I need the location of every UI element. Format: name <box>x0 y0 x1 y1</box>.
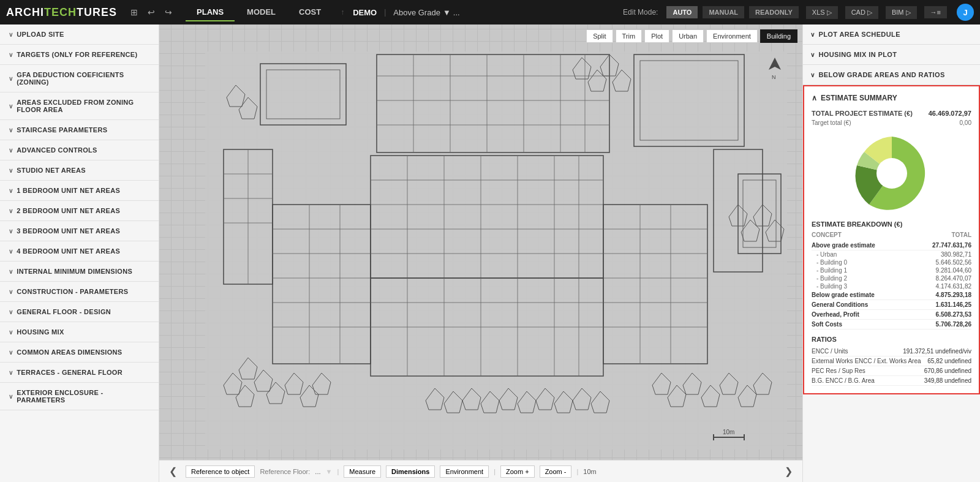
plot-area-schedule-title[interactable]: ∨ PLOT AREA SCHEDULE <box>810 31 973 38</box>
ratio-bg-encc-label: B.G. ENCC / B.G. Area <box>812 377 875 384</box>
view-trim[interactable]: Trim <box>616 29 643 43</box>
mode-auto[interactable]: AUTO <box>666 6 698 18</box>
building3-label: - Building 3 <box>816 283 847 290</box>
section-label: HOUSING MIX IN PLOT <box>818 51 897 58</box>
undo-icon[interactable]: ↩ <box>145 6 157 18</box>
ratio-encc-units: ENCC / Units 191.372,51 undefined/viv <box>812 347 971 356</box>
sidebar-item-gfa[interactable]: ∨ GFA DEDUCTION COEFICIENTS (ZONING) <box>0 65 159 92</box>
below-grade-title[interactable]: ∨ BELOW GRADE AREAS AND RATIOS <box>810 71 973 78</box>
sidebar-item-internal-dims[interactable]: ∨ INTERNAL MINIMUM DIMENSIONS <box>0 262 159 282</box>
view-urban[interactable]: Urban <box>672 29 704 43</box>
chevron-down-icon: ∨ <box>810 51 815 58</box>
chevron-icon: ∨ <box>9 369 13 376</box>
chevron-down-icon: ∨ <box>810 31 815 38</box>
tab-plans[interactable]: PLANS <box>186 4 235 21</box>
view-plot[interactable]: Plot <box>644 29 669 43</box>
export-xls[interactable]: XLS ▷ <box>806 6 838 19</box>
canvas-background[interactable]: Split Trim Plot Urban Environment Buildi… <box>159 24 802 482</box>
sidebar-item-targets[interactable]: ∨ TARGETS (only for reference) <box>0 45 159 65</box>
overhead-profit-row: Overhead, Profit 6.508.273,53 <box>812 310 971 320</box>
sidebar-item-label: EXTERIOR ENCLOSURE - PARAMETERS <box>17 389 150 404</box>
sidebar-item-label: 2 BEDROOM UNIT NET AREAS <box>17 207 120 214</box>
plot-area-schedule-section: ∨ PLOT AREA SCHEDULE <box>803 24 980 45</box>
chevron-icon: ∨ <box>9 167 13 174</box>
estimate-summary-title[interactable]: ∧ ESTIMATE SUMMARY <box>812 94 971 102</box>
total-project-value: 46.469.072,97 <box>929 110 971 117</box>
dimensions-btn[interactable]: Dimensions <box>386 465 435 478</box>
export-bim[interactable]: BIM ▷ <box>886 6 917 19</box>
overhead-profit-label: Overhead, Profit <box>812 311 859 318</box>
sidebar-item-advanced[interactable]: ∨ ADVANCED CONTROLS <box>0 140 159 160</box>
above-grade-label: Above grade estimate <box>812 242 875 249</box>
sidebar-item-housing-mix[interactable]: ∨ HOUSING MIX <box>0 322 159 342</box>
ref-floor-value: ... <box>315 468 320 475</box>
building2-value: 8.264.470,07 <box>936 275 971 282</box>
sidebar-item-general-floor[interactable]: ∨ GENERAL FLOOR - DESIGN <box>0 302 159 322</box>
chevron-icon: ∨ <box>9 75 13 82</box>
zoom-out-btn[interactable]: Zoom - <box>540 465 572 478</box>
sidebar-item-label: GENERAL FLOOR - DESIGN <box>17 308 111 315</box>
scale-label: 10m <box>583 468 596 475</box>
next-arrow[interactable]: ❯ <box>781 464 796 478</box>
grade-selector[interactable]: Above Grade ▼ ... <box>393 8 459 17</box>
measure-btn[interactable]: Measure <box>344 465 381 478</box>
mode-readonly[interactable]: READONLY <box>749 6 799 18</box>
ratio-encc-units-value: 191.372,51 undefined/viv <box>903 348 971 355</box>
environment-btn[interactable]: Environment <box>440 465 489 478</box>
sidebar-item-2bed[interactable]: ∨ 2 BEDROOM UNIT NET AREAS <box>0 201 159 221</box>
export-cad[interactable]: CAD ▷ <box>845 6 878 19</box>
above-grade-row: Above grade estimate 27.747.631,76 <box>812 241 971 250</box>
mode-manual[interactable]: MANUAL <box>703 6 744 18</box>
view-split[interactable]: Split <box>586 29 612 43</box>
sidebar-item-label: GFA DEDUCTION COEFICIENTS (ZONING) <box>17 71 150 86</box>
sidebar-item-staircase[interactable]: ∨ STAIRCASE PARAMETERS <box>0 120 159 140</box>
sidebar-item-upload-site[interactable]: ∨ UPLOAD SITE <box>0 24 159 45</box>
sidebar-item-common-areas[interactable]: ∨ COMMON AREAS DIMENSIONS <box>0 342 159 363</box>
sidebar-item-1bed[interactable]: ∨ 1 BEDROOM UNIT NET AREAS <box>0 181 159 201</box>
sidebar-item-label: 1 BEDROOM UNIT NET AREAS <box>17 187 120 194</box>
ref-object-btn[interactable]: Reference to object <box>186 465 255 478</box>
zoom-in-btn[interactable]: Zoom + <box>500 465 535 478</box>
below-grade-section: ∨ BELOW GRADE AREAS AND RATIOS <box>803 65 980 85</box>
ratio-bg-encc-value: 349,88 undefined <box>924 377 971 384</box>
sidebar-item-areas-excluded[interactable]: ∨ AREAS EXCLUDED FROM ZONING FLOOR AREA <box>0 92 159 120</box>
window-icon[interactable]: ⊞ <box>128 6 140 18</box>
chevron-icon: ∨ <box>9 208 13 214</box>
prev-arrow[interactable]: ❮ <box>165 464 181 478</box>
floor-plan-svg: 10m N <box>205 51 787 450</box>
chevron-icon: ∨ <box>9 309 13 315</box>
right-sidebar: ∨ PLOT AREA SCHEDULE ∨ HOUSING MIX IN PL… <box>802 24 980 482</box>
ratio-ext-works: External Works ENCC / Ext. Works Area 65… <box>812 356 971 366</box>
sidebar-item-terraces[interactable]: ∨ TERRACES - GENERAL FLOOR <box>0 363 159 383</box>
total-project-row: TOTAL PROJECT ESTIMATE (€) 46.469.072,97 <box>812 110 971 117</box>
chevron-icon: ∨ <box>9 349 13 356</box>
sidebar-item-4bed[interactable]: ∨ 4 BEDROOM UNIT NET AREAS <box>0 241 159 262</box>
sidebar-item-label: CONSTRUCTION - PARAMETERS <box>17 288 128 295</box>
building1-value: 9.281.044,60 <box>936 267 971 274</box>
main-nav: PLANS MODEL COST <box>186 4 332 21</box>
app-logo: ARCHITECHTURES <box>6 6 117 19</box>
housing-mix-plot-title[interactable]: ∨ HOUSING MIX IN PLOT <box>810 51 973 58</box>
export-more[interactable]: →≡ <box>924 6 947 18</box>
bottom-sep1: | <box>337 468 339 475</box>
chevron-icon: ∨ <box>9 268 13 275</box>
edit-mode-label: Edit Mode: <box>623 8 658 17</box>
sidebar-item-exterior[interactable]: ∨ EXTERIOR ENCLOSURE - PARAMETERS <box>0 383 159 410</box>
view-environment[interactable]: Environment <box>706 29 758 43</box>
chevron-icon: ∨ <box>9 248 13 255</box>
left-sidebar: ∨ UPLOAD SITE ∨ TARGETS (only for refere… <box>0 24 159 482</box>
sidebar-item-3bed[interactable]: ∨ 3 BEDROOM UNIT NET AREAS <box>0 221 159 241</box>
sidebar-item-studio[interactable]: ∨ STUDIO NET AREAS <box>0 160 159 181</box>
redo-icon[interactable]: ↪ <box>162 6 175 18</box>
soft-costs-value: 5.706.728,26 <box>936 321 971 328</box>
total-project-label: TOTAL PROJECT ESTIMATE (€) <box>812 110 913 117</box>
floor-plan-container: 10m N <box>190 43 802 458</box>
housing-mix-plot-section: ∨ HOUSING MIX IN PLOT <box>803 45 980 65</box>
sidebar-item-construction[interactable]: ∨ CONSTRUCTION - PARAMETERS <box>0 282 159 302</box>
user-avatar[interactable]: J <box>957 4 974 21</box>
tab-cost[interactable]: COST <box>288 4 332 21</box>
chevron-icon: ∨ <box>9 147 13 154</box>
view-building[interactable]: Building <box>760 29 797 43</box>
sidebar-item-label: 4 BEDROOM UNIT NET AREAS <box>17 247 120 255</box>
tab-model[interactable]: MODEL <box>236 4 287 21</box>
